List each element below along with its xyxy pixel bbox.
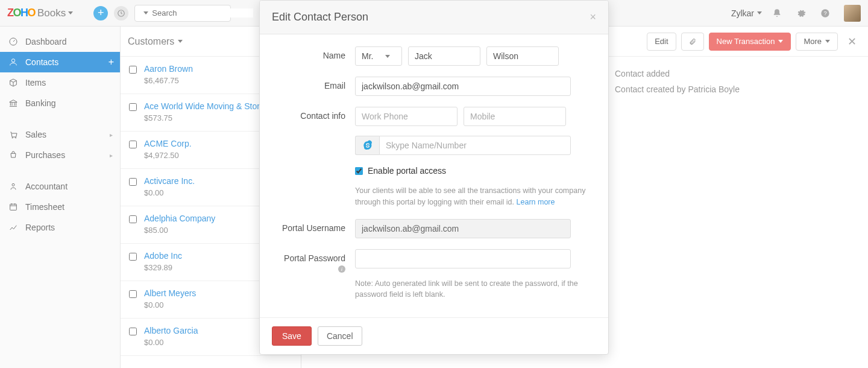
portal-password-input[interactable] [355,249,571,268]
sidebar-item-accountant[interactable]: Accountant [0,176,120,197]
svg-rect-8 [10,204,17,210]
sidebar-item-label: Sales [25,130,46,139]
chevron-right-icon: ▸ [110,132,113,138]
sidebar-item-label: Accountant [25,182,68,191]
svg-text:?: ? [823,10,826,16]
cancel-button[interactable]: Cancel [318,326,362,346]
last-name-input[interactable] [486,46,559,66]
sidebar-item-label: Reports [25,223,55,232]
sidebar-item-timesheet[interactable]: Timesheet [0,197,120,217]
list-item-checkbox[interactable] [129,215,137,223]
global-search[interactable] [134,5,231,22]
sidebar: Dashboard Contacts + Items Banking Sales… [0,27,121,368]
list-item-amount: $0.00 [144,338,198,347]
first-name-input[interactable] [408,46,480,66]
list-item-name: Activcare Inc. [144,176,195,186]
list-item-checkbox[interactable] [129,290,137,298]
label-contact-info: Contact info [277,107,355,121]
sidebar-item-dashboard[interactable]: Dashboard [0,31,120,52]
label-portal-username: Portal Username [277,219,355,233]
portal-help-text: Your clients will be able to see all the… [355,185,591,208]
org-switcher[interactable]: Zylkar [731,8,762,18]
chevron-down-icon [825,40,830,43]
chevron-down-icon [68,11,73,14]
enable-portal-input[interactable] [355,167,363,175]
question-icon: ? [820,8,830,18]
edit-button[interactable]: Edit [647,33,676,51]
form-row-portal-access: Enable portal access Your clients will b… [277,166,591,208]
learn-more-link[interactable]: Learn more [517,198,555,206]
info-icon: i [338,265,345,273]
work-phone-input[interactable] [355,107,458,126]
sidebar-item-label: Dashboard [25,37,67,46]
purchases-icon [8,150,18,160]
label-email: Email [277,77,355,90]
list-item-checkbox[interactable] [129,328,137,335]
svg-point-7 [12,183,14,186]
list-item-checkbox[interactable] [129,253,137,261]
list-item-checkbox[interactable] [129,103,137,111]
list-item-name: Adelphia Company [144,214,215,223]
list-item-amount: $6,467.75 [144,76,193,85]
recent-history-button[interactable] [114,6,128,21]
history-icon [117,9,125,17]
dashboard-icon [8,37,18,46]
sidebar-item-label: Purchases [25,150,65,160]
zoho-logo-text: ZOHO [7,7,35,19]
paperclip-icon [689,37,696,46]
app-name: Books [37,7,66,19]
skype-input[interactable] [379,136,571,155]
banking-icon [8,98,18,108]
svg-point-4 [11,59,14,62]
close-detail-button[interactable]: ✕ [848,35,860,48]
list-title-dropdown[interactable]: Customers [128,36,183,47]
list-item-checkbox[interactable] [129,178,137,186]
more-button[interactable]: More [796,33,838,51]
notifications-button[interactable] [768,8,786,18]
list-item-checkbox[interactable] [129,66,137,74]
sidebar-item-banking[interactable]: Banking [0,93,120,113]
enable-portal-checkbox[interactable]: Enable portal access [355,166,591,176]
list-item-name: Alberto Garcia [144,326,198,335]
mobile-input[interactable] [464,107,566,126]
label-name: Name [277,46,355,60]
settings-button[interactable] [792,8,810,18]
avatar[interactable] [844,5,861,22]
new-transaction-button[interactable]: New Transaction [709,33,791,51]
sidebar-item-reports[interactable]: Reports [0,217,120,238]
form-row-portal-username: Portal Username [277,219,591,238]
salutation-select[interactable]: Mr. [355,46,402,66]
email-input[interactable] [355,77,571,96]
skype-addon [355,136,379,155]
search-input[interactable] [152,8,253,17]
add-contact-icon[interactable]: + [108,57,114,68]
chevron-down-icon [178,40,183,43]
modal-close-button[interactable]: × [590,11,596,24]
sidebar-item-sales[interactable]: Sales ▸ [0,124,120,145]
save-button[interactable]: Save [272,326,312,346]
list-item-checkbox[interactable] [129,141,137,148]
list-title: Customers [128,36,174,47]
sidebar-item-contacts[interactable]: Contacts + [0,52,120,72]
form-row-email: Email [277,77,591,96]
sidebar-item-items[interactable]: Items [0,72,120,93]
portal-username-input [355,219,571,238]
attachments-button[interactable] [681,33,704,51]
help-button[interactable]: ? [816,8,834,18]
items-icon [8,78,18,87]
contacts-icon [8,57,18,67]
list-item-name: Ace World Wide Moving & Storage [144,101,274,111]
list-item-amount: $573.75 [144,113,274,122]
list-item-amount: $329.89 [144,263,182,272]
sidebar-item-purchases[interactable]: Purchases ▸ [0,145,120,165]
reports-icon [8,223,18,232]
form-row-name: Name Mr. [277,46,591,66]
list-item-name: Adobe Inc [144,251,182,261]
svg-point-5 [12,138,13,138]
quick-create-button[interactable]: + [93,6,108,21]
app-logo[interactable]: ZOHO Books [7,7,73,19]
chevron-down-icon [385,55,390,58]
timesheet-icon [8,202,18,212]
list-item-name: Albert Meyers [144,288,196,298]
edit-contact-modal: Edit Contact Person × Name Mr. Email C [259,0,609,355]
